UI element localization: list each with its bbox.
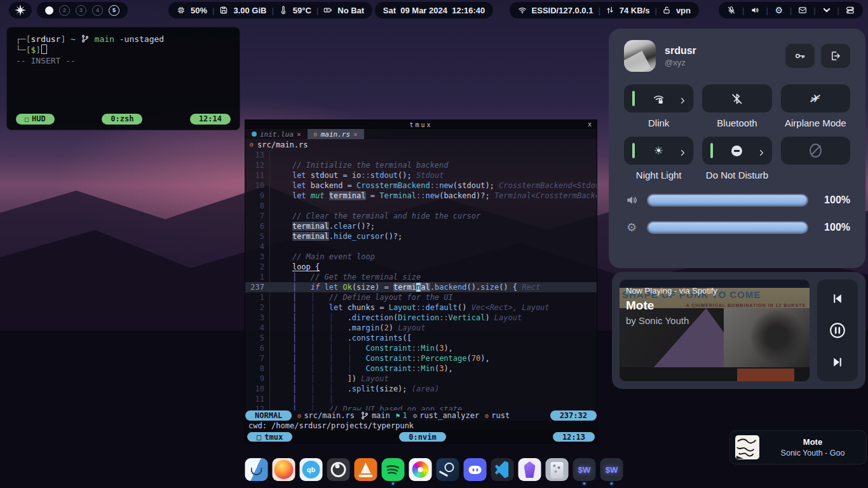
- hud-session-pill[interactable]: □HUD: [16, 114, 55, 125]
- code-line[interactable]: 2 loop {: [245, 262, 597, 272]
- dock-obs[interactable]: [327, 458, 350, 481]
- cpu-icon: [177, 6, 186, 15]
- zsh-window-pill[interactable]: 0:zsh: [102, 114, 142, 125]
- obsidian-icon: [519, 458, 541, 481]
- workspace-5[interactable]: 5: [109, 5, 119, 16]
- workspace-4[interactable]: 4: [92, 5, 103, 16]
- buffer-tabbar: init.lua × ⚙ main.rs ×: [245, 129, 597, 139]
- tab-main-rs[interactable]: ⚙ main.rs ×: [308, 129, 364, 139]
- launcher-pill[interactable]: [9, 2, 32, 18]
- avatar[interactable]: [624, 40, 656, 72]
- minus-circle-icon: [731, 145, 743, 157]
- dock-vscode[interactable]: [491, 458, 514, 481]
- next-track-button[interactable]: [830, 355, 845, 370]
- quick-toggle-dnd[interactable]: [702, 137, 771, 165]
- terminal-prompt-line1: ┌─[srdusr] ~ main -unstaged: [16, 34, 240, 44]
- quick-toggle-airplane[interactable]: ✈: [781, 85, 850, 112]
- dock-file-manager[interactable]: [245, 458, 268, 481]
- volume-icon[interactable]: [750, 6, 759, 15]
- volume-icon: [625, 194, 638, 207]
- workspace-2[interactable]: 2: [59, 5, 70, 16]
- dock-steam[interactable]: [437, 458, 459, 481]
- system-tray-pill: | | ⚙ | | |: [719, 2, 863, 18]
- terminal-window[interactable]: ┌─[srdusr] ~ main -unstaged └─[$] -- INS…: [6, 27, 240, 130]
- terminal-prompt-line2: └─[$]: [16, 44, 240, 55]
- dock-vlc[interactable]: [355, 458, 377, 481]
- quick-toggle-label: Airplane Mode: [781, 118, 850, 129]
- chevron-down-icon[interactable]: [822, 6, 831, 15]
- brightness-value: 100%: [816, 222, 850, 233]
- brightness-icon: ⚙: [627, 222, 637, 233]
- mode-pill: NORMAL: [245, 410, 292, 421]
- dock-obsidian[interactable]: [519, 458, 541, 481]
- code-line[interactable]: 12 │ │ // Draw UI based on app state: [245, 404, 597, 410]
- window-titlebar[interactable]: tmux x: [245, 120, 597, 129]
- code-line[interactable]: 10 │ │ │ .split(size); (area): [245, 384, 597, 394]
- workspace-3[interactable]: 3: [76, 5, 86, 16]
- mic-muted-icon[interactable]: [727, 6, 736, 15]
- dock-firefox[interactable]: [273, 458, 295, 481]
- code-line[interactable]: 3 │ │ │ .direction(Direction::Vertical) …: [245, 313, 597, 323]
- code-line[interactable]: 12 // Initialize the terminal backend: [245, 160, 597, 170]
- tab-close-icon[interactable]: ×: [353, 130, 358, 139]
- logout-button[interactable]: [821, 44, 850, 68]
- tab-close-icon[interactable]: ×: [297, 130, 301, 139]
- code-line[interactable]: 5 terminal.hide_cursor()?;: [245, 231, 597, 241]
- code-line[interactable]: 9 let mut terminal = Terminal::new(backe…: [245, 191, 597, 201]
- dock-qbittorrent[interactable]: qb: [300, 458, 323, 481]
- code-line[interactable]: 6 terminal.clear()?;: [245, 221, 597, 231]
- notification-toast[interactable]: Mote Sonic Youth - Goo: [729, 430, 867, 464]
- tmux-session-pill[interactable]: □tmux: [247, 432, 292, 442]
- code-line[interactable]: 7 │ │ │ │ Constraint::Percentage(70),: [245, 353, 597, 363]
- code-line[interactable]: 8: [245, 201, 597, 211]
- code-line[interactable]: 3 // Main event loop: [245, 252, 597, 262]
- pause-button[interactable]: [828, 321, 847, 340]
- dock-wallet[interactable]: $W: [600, 458, 623, 485]
- previous-track-button[interactable]: [830, 291, 845, 306]
- dock-trash[interactable]: [546, 458, 569, 481]
- quick-toggle-nightlight[interactable]: ☀: [624, 137, 693, 165]
- battery-icon: [323, 6, 332, 15]
- dock-spotify[interactable]: [382, 458, 405, 485]
- chevron-right-icon[interactable]: [679, 95, 686, 102]
- code-line[interactable]: 2 │ │ let chunks = Layout::default() Vec…: [245, 302, 597, 313]
- code-line[interactable]: 4: [245, 241, 597, 252]
- tab-init-lua[interactable]: init.lua ×: [245, 129, 308, 139]
- code-line[interactable]: 1 │ │ // Define layout for the UI: [245, 292, 597, 302]
- chevron-right-icon[interactable]: [679, 147, 686, 154]
- code-line[interactable]: 1 │ // Get the terminal size: [245, 272, 597, 282]
- breadcrumb: ⚙ src/main.rs: [245, 139, 597, 150]
- dock-discord[interactable]: [464, 458, 487, 481]
- code-line[interactable]: 11 │ │ │: [245, 394, 597, 404]
- tmux-window-pill[interactable]: 0:nvim: [399, 432, 445, 442]
- code-line[interactable]: 10 let backend = CrosstermBackend::new(s…: [245, 180, 597, 191]
- settings-gear-icon[interactable]: ⚙: [775, 6, 783, 15]
- mail-icon[interactable]: [798, 6, 807, 15]
- quick-toggle-wifi[interactable]: [624, 85, 693, 112]
- code-line[interactable]: 11 let stdout = io::stdout(); Stdout: [245, 170, 597, 180]
- code-line[interactable]: 5 │ │ │ .constraints([: [245, 333, 597, 343]
- code-line[interactable]: 7 // Clear the terminal and hide the cur…: [245, 211, 597, 221]
- code-line[interactable]: 8 │ │ │ │ Constraint::Min(3),: [245, 363, 597, 374]
- chevron-right-icon[interactable]: [758, 147, 765, 154]
- quick-toggle-bluetooth[interactable]: [702, 85, 771, 112]
- volume-slider[interactable]: [648, 195, 807, 205]
- code-area[interactable]: 1312 // Initialize the terminal backend1…: [245, 150, 597, 410]
- quick-toggles-icon[interactable]: [846, 6, 855, 15]
- code-line[interactable]: 9 │ │ │ ]) Layout: [245, 374, 597, 384]
- code-line[interactable]: 6 │ │ │ │ Constraint::Min(3),: [245, 343, 597, 353]
- code-line[interactable]: 4 │ │ │ .margin(2) Layout: [245, 323, 597, 333]
- workspace-1[interactable]: [45, 6, 53, 15]
- dock-wallet[interactable]: $W: [573, 458, 596, 485]
- dock-photos[interactable]: [409, 458, 432, 481]
- memory-usage: 3.00 GiB: [233, 6, 266, 15]
- code-line[interactable]: 237 │ if let Ok(size) = terminal.backend…: [245, 282, 597, 292]
- brightness-slider[interactable]: [648, 222, 807, 233]
- lock-keys-button[interactable]: [785, 44, 815, 68]
- clock-pill[interactable]: Sat 09 Mar 2024 12:16:40: [375, 2, 493, 18]
- window-close-button[interactable]: x: [588, 120, 592, 129]
- wallet-icon: $W: [573, 458, 596, 481]
- quick-toggle-blocked[interactable]: [781, 137, 850, 165]
- code-line[interactable]: 13: [245, 150, 597, 160]
- running-indicator: [392, 482, 395, 485]
